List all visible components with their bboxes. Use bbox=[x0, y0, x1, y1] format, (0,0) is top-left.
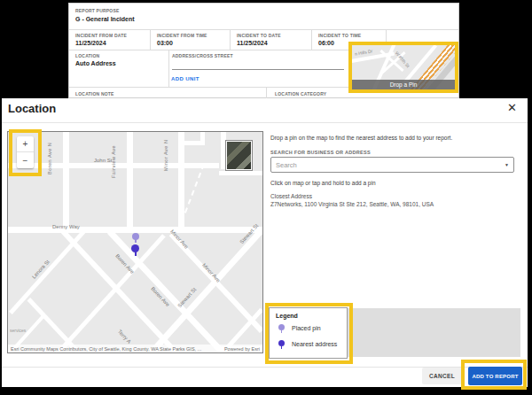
add-to-report-button[interactable]: ADD TO REPORT bbox=[468, 367, 522, 385]
field-label: INCIDENT TO DATE bbox=[237, 33, 281, 38]
location-modal: Location ✕ Boren Ave N Fairview Ave Mino… bbox=[2, 98, 528, 387]
zoom-in-button[interactable]: + bbox=[17, 136, 34, 152]
close-icon: ✕ bbox=[507, 101, 517, 114]
legend-item-label: Nearest address bbox=[292, 341, 337, 347]
field-label: INCIDENT TO TIME bbox=[318, 33, 361, 38]
street-segment bbox=[63, 132, 69, 229]
field-label: LOCATION bbox=[75, 53, 99, 58]
street-label: Terry A bbox=[117, 329, 132, 345]
modal-title: Location bbox=[8, 102, 56, 115]
nearest-address-pin-icon bbox=[278, 340, 285, 346]
street-segment bbox=[9, 228, 87, 314]
field-value: 06:00 bbox=[318, 40, 334, 46]
map-canvas[interactable]: Boren Ave N Fairview Ave Minor Ave N Joh… bbox=[7, 131, 263, 353]
location-category-label: LOCATION CATEGORY bbox=[275, 91, 326, 97]
address-input[interactable] bbox=[172, 50, 344, 70]
street-label: Denny Way bbox=[52, 224, 80, 229]
dropdown-caret-icon[interactable]: ▼ bbox=[505, 162, 509, 167]
street-label: Boren Ave N bbox=[47, 136, 52, 174]
street-label: Minor Ave N bbox=[163, 136, 168, 171]
closest-address-label: Closest Address bbox=[270, 193, 312, 199]
zoom-out-button[interactable]: − bbox=[17, 152, 34, 168]
placed-pin-icon bbox=[278, 324, 285, 330]
report-purpose-label: REPORT PURPOSE bbox=[75, 8, 119, 13]
street-segment bbox=[180, 131, 205, 145]
field-value: 11/25/2024 bbox=[237, 40, 268, 46]
street-segment bbox=[8, 227, 262, 233]
field-value: 11/25/2024 bbox=[75, 40, 106, 46]
modal-intro-text: Drop a pin on the map to find the neares… bbox=[270, 135, 520, 141]
map-zoom-control: + − bbox=[17, 136, 34, 168]
street-segment bbox=[54, 234, 165, 353]
field-label: INCIDENT FROM TIME bbox=[157, 33, 207, 38]
nearest-address-pin-stem bbox=[135, 252, 137, 256]
powered-by-esri: Powered by Esri bbox=[222, 346, 262, 352]
map-hint-text: Click on map or tap and hold to add a pi… bbox=[270, 180, 376, 186]
search-combobox: ▼ bbox=[270, 157, 514, 173]
location-minimap[interactable]: n Hills Dr W 85th St Drop a Pin bbox=[352, 45, 455, 89]
report-purpose-value[interactable]: G - General Incident bbox=[75, 16, 135, 22]
map-attribution: Esri Community Maps Contributors, City o… bbox=[8, 345, 262, 352]
field-label: INCIDENT FROM DATE bbox=[75, 33, 127, 38]
street-segment bbox=[219, 171, 262, 175]
attribution-text: Esri Community Maps Contributors, City o… bbox=[8, 346, 222, 352]
legend-item-label: Placed pin bbox=[292, 325, 321, 331]
legend-title: Legend bbox=[276, 313, 298, 319]
modal-divider bbox=[2, 122, 528, 123]
street-segment bbox=[127, 132, 133, 231]
add-unit-link[interactable]: ADD UNIT bbox=[171, 76, 200, 81]
report-purpose-row: REPORT PURPOSE G - General Incident bbox=[69, 4, 458, 30]
incident-from-date-field[interactable]: INCIDENT FROM DATE 11/25/2024 bbox=[69, 30, 151, 50]
location-field[interactable]: LOCATION Auto Address bbox=[69, 50, 169, 87]
search-label: SEARCH FOR BUSINESS OR ADDRESS bbox=[270, 150, 371, 155]
incident-to-date-field[interactable]: INCIDENT TO DATE 11/25/2024 bbox=[231, 30, 312, 50]
street-label: John St bbox=[94, 158, 112, 163]
incident-report-form: REPORT PURPOSE G - General Incident INCI… bbox=[68, 3, 459, 98]
incident-from-time-field[interactable]: INCIDENT FROM TIME 03:00 bbox=[151, 30, 231, 50]
field-value: Auto Address bbox=[75, 60, 116, 66]
close-button[interactable]: ✕ bbox=[507, 101, 517, 114]
placed-pin-stem bbox=[135, 239, 137, 243]
street-label: services bbox=[10, 328, 26, 333]
field-value: 03:00 bbox=[157, 40, 173, 46]
basemap-toggle[interactable] bbox=[226, 141, 252, 170]
drop-a-pin-button[interactable]: Drop a Pin bbox=[352, 80, 455, 89]
legend-panel: Legend Placed pin Nearest address bbox=[269, 307, 348, 359]
cancel-button[interactable]: CANCEL bbox=[422, 368, 462, 384]
field-label: LOCATION NOTE bbox=[75, 91, 114, 97]
closest-address-value: Z7Networks, 1100 Virginia St Ste 212, Se… bbox=[270, 201, 434, 207]
search-input[interactable] bbox=[276, 159, 497, 171]
minimap-highlight-box: n Hills Dr W 85th St Drop a Pin bbox=[348, 42, 458, 93]
